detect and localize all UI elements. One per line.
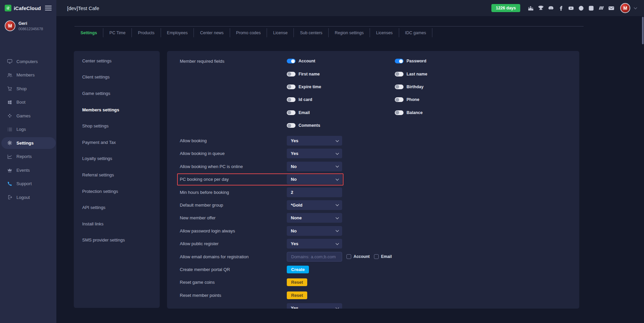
toggle-switch[interactable] xyxy=(287,59,296,63)
default-member-group-select[interactable]: *Gold xyxy=(287,200,342,210)
allow-booking-select[interactable]: Yes xyxy=(287,136,342,146)
form-row: Default member group *Gold xyxy=(180,199,343,211)
email-checkbox[interactable]: Email xyxy=(374,254,392,259)
email-domains-input[interactable] xyxy=(287,252,342,262)
toggle-label: Last name xyxy=(407,72,427,76)
toggle-last-name[interactable]: Last name xyxy=(395,67,503,80)
nav-referral-settings[interactable]: Referral settings xyxy=(74,167,160,183)
reset-member-points-button[interactable]: Reset xyxy=(287,291,307,299)
user-avatar[interactable]: M xyxy=(620,3,630,13)
chevron-down-icon xyxy=(336,177,339,180)
tab-employees[interactable]: Employees xyxy=(161,28,194,37)
facebook-icon[interactable] xyxy=(558,5,564,11)
select-value: No xyxy=(291,164,297,169)
toggle-switch[interactable] xyxy=(287,123,296,128)
account-checkbox[interactable]: Account xyxy=(346,254,370,259)
nav-payment-and-tax[interactable]: Payment and Tax xyxy=(74,134,160,151)
toggle-switch[interactable] xyxy=(395,97,404,102)
hamburger-menu-icon[interactable] xyxy=(45,4,52,12)
field-label: New member offer xyxy=(180,215,287,220)
nav-game-settings[interactable]: Game settings xyxy=(74,85,160,102)
create-member-portal-qr-button[interactable]: Create xyxy=(287,266,309,273)
allow-password-login-select[interactable]: No xyxy=(287,226,342,236)
nav-api-settings[interactable]: API settings xyxy=(74,199,160,216)
tab-settings[interactable]: Settings xyxy=(74,28,103,37)
toggle-comments[interactable]: Comments xyxy=(287,119,395,132)
clipped-select[interactable]: Yes xyxy=(287,303,342,309)
nav-loyalty-settings[interactable]: Loyalty settings xyxy=(74,151,160,167)
toggle-account[interactable]: Account xyxy=(287,55,395,67)
ranking-icon[interactable] xyxy=(528,5,534,11)
sidebar-item-settings[interactable]: Settings xyxy=(0,136,56,150)
globe-icon[interactable] xyxy=(578,5,584,11)
toggle-switch[interactable] xyxy=(395,72,404,76)
checkbox-box[interactable] xyxy=(346,254,351,259)
min-hours-before-booking-input[interactable] xyxy=(287,187,342,197)
sidebar-user[interactable]: M Geri 008612345678 xyxy=(0,16,56,31)
toggle-birthday[interactable]: Birthday xyxy=(395,80,503,93)
trophy-icon[interactable] xyxy=(538,5,544,11)
toggle-balance[interactable]: Balance xyxy=(395,106,503,119)
nav-center-settings[interactable]: Center settings xyxy=(74,53,160,69)
toggle-switch[interactable] xyxy=(287,97,296,102)
sidebar-item-logs[interactable]: Logs xyxy=(0,123,56,137)
pc-booking-once-per-day-select[interactable]: No xyxy=(287,174,342,184)
icafecloud-icon[interactable] xyxy=(588,5,594,11)
toggle-id-card[interactable]: Id card xyxy=(287,93,395,106)
sidebar-item-boot[interactable]: Boot xyxy=(0,96,56,109)
toggle-switch[interactable] xyxy=(287,85,296,89)
chevron-down-icon xyxy=(336,216,339,219)
tab-licenses[interactable]: Licenses xyxy=(370,28,399,37)
youtube-icon[interactable] xyxy=(568,5,574,11)
allow-booking-in-queue-select[interactable]: Yes xyxy=(287,149,342,158)
sidebar-item-reports[interactable]: Reports xyxy=(0,150,56,164)
sidebar-item-support[interactable]: Support xyxy=(0,177,56,191)
tab-region-settings[interactable]: Region settings xyxy=(329,28,370,37)
checkbox-box[interactable] xyxy=(374,254,379,259)
nav-sms-provider-settings[interactable]: SMS provider settings xyxy=(74,232,160,249)
toggle-switch[interactable] xyxy=(395,110,404,115)
toggle-first-name[interactable]: First name xyxy=(287,67,395,80)
tab-pc-time[interactable]: PC Time xyxy=(103,28,132,37)
reset-game-coins-button[interactable]: Reset xyxy=(287,278,307,286)
tab-products[interactable]: Products xyxy=(132,28,161,37)
tab-sub-centers[interactable]: Sub centers xyxy=(294,28,329,37)
toggle-switch[interactable] xyxy=(287,72,296,76)
sidebar-item-members[interactable]: Members xyxy=(0,68,56,82)
sidebar-item-shop[interactable]: Shop xyxy=(0,82,56,96)
toggle-phone[interactable]: Phone xyxy=(395,93,503,106)
toggle-switch[interactable] xyxy=(395,85,404,89)
chevron-down-icon xyxy=(336,164,339,168)
sidebar-item-label: Members xyxy=(16,72,35,77)
new-member-offer-select[interactable]: None xyxy=(287,213,342,223)
layers-icon[interactable] xyxy=(598,5,604,11)
allow-public-register-select[interactable]: Yes xyxy=(287,239,342,249)
allow-booking-pc-online-select[interactable]: No xyxy=(287,162,342,171)
scrollbar-thumb[interactable] xyxy=(642,17,644,44)
nav-protection-settings[interactable]: Protection settings xyxy=(74,183,160,200)
license-days-badge[interactable]: 1226 days xyxy=(491,4,520,12)
chevron-down-icon[interactable] xyxy=(634,6,637,9)
sidebar-item-computers[interactable]: Computers xyxy=(0,55,56,68)
tab-promo-codes[interactable]: Promo codes xyxy=(230,28,267,37)
tab-license[interactable]: License xyxy=(267,28,294,37)
sidebar-item-label: Settings xyxy=(16,141,34,146)
nav-install-links[interactable]: Install links xyxy=(74,216,160,232)
toggle-expire-time[interactable]: Expire time xyxy=(287,80,395,93)
sidebar-item-games[interactable]: Games xyxy=(0,109,56,123)
toggle-switch[interactable] xyxy=(287,110,296,115)
mail-icon[interactable] xyxy=(608,5,614,11)
nav-client-settings[interactable]: Client settings xyxy=(74,69,160,86)
sidebar-item-events[interactable]: Events xyxy=(0,163,56,177)
toggle-password[interactable]: Password xyxy=(395,55,503,67)
nav-shop-settings[interactable]: Shop settings xyxy=(74,118,160,134)
toggle-switch[interactable] xyxy=(395,59,404,63)
tab-idc-games[interactable]: IDC games xyxy=(399,28,433,37)
nav-members-settings[interactable]: Members settings xyxy=(74,102,160,118)
form-row: Min hours before booking xyxy=(180,186,343,199)
discord-icon[interactable] xyxy=(548,5,554,11)
toggle-email[interactable]: Email xyxy=(287,106,395,119)
tab-center-news[interactable]: Center news xyxy=(194,28,230,37)
left-sidebar: M Geri 008612345678 Computers Members Sh… xyxy=(0,16,56,323)
sidebar-item-logout[interactable]: Logout xyxy=(0,191,56,204)
